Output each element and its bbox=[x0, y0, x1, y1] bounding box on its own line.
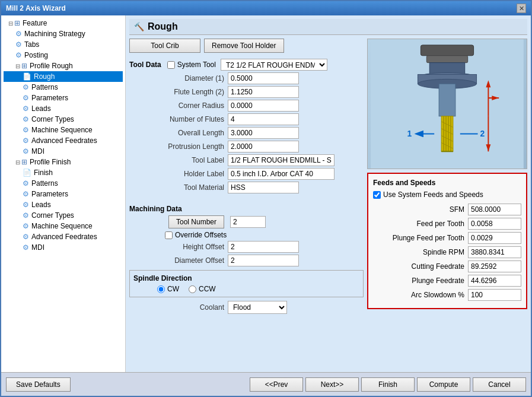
ccw-radio[interactable] bbox=[189, 285, 196, 293]
cw-radio[interactable] bbox=[157, 285, 165, 293]
override-offsets-checkbox[interactable] bbox=[165, 231, 173, 239]
override-offsets-label[interactable]: Override Offsets bbox=[165, 231, 227, 239]
close-button[interactable]: ✕ bbox=[517, 4, 526, 13]
diameter-offset-input[interactable] bbox=[228, 255, 299, 266]
ccw-radio-label[interactable]: CCW bbox=[189, 285, 216, 293]
flute-length-input[interactable] bbox=[228, 86, 299, 98]
left-form: Tool Crib Remove Tool Holder Tool Data S… bbox=[129, 39, 364, 369]
tree-item-posting[interactable]: ⚙ Posting bbox=[4, 50, 123, 61]
cw-label: CW bbox=[167, 285, 179, 293]
spindle-rpm-input[interactable] bbox=[468, 246, 521, 258]
plunge-feed-input[interactable] bbox=[468, 232, 521, 244]
tree-label-patterns2: Patterns bbox=[31, 179, 58, 188]
tree-label-profile-rough: Profile Rough bbox=[30, 62, 73, 70]
save-defaults-button[interactable]: Save Defaults bbox=[6, 377, 71, 392]
tool-label-row: Tool Label bbox=[129, 154, 364, 166]
holder-label-input[interactable] bbox=[228, 168, 335, 180]
flutes-input[interactable] bbox=[228, 113, 299, 125]
tree-item-profile-finish[interactable]: ⊟ ⊞ Profile Finish bbox=[4, 157, 123, 167]
tree-item-machining-strategy[interactable]: ⚙ Machining Strategy bbox=[4, 28, 123, 39]
cutting-feedrate-input[interactable] bbox=[468, 261, 521, 272]
diameter-input[interactable] bbox=[228, 72, 299, 84]
tree-label-patterns: Patterns bbox=[31, 83, 58, 91]
tree-item-leads[interactable]: ⚙ Leads bbox=[4, 103, 123, 114]
overall-length-row: Overall Length bbox=[129, 127, 364, 139]
use-system-feeds-checkbox[interactable] bbox=[373, 191, 381, 199]
system-tool-check-label[interactable]: System Tool bbox=[167, 61, 216, 69]
tree-item-patterns2[interactable]: ⚙ Patterns bbox=[4, 178, 123, 189]
feed-per-tooth-input[interactable] bbox=[468, 218, 521, 230]
corner-radius-input[interactable] bbox=[228, 100, 299, 112]
tree-item-parameters[interactable]: ⚙ Parameters bbox=[4, 93, 123, 103]
compute-button[interactable]: Compute bbox=[417, 377, 470, 392]
tree-label-parameters2: Parameters bbox=[31, 190, 68, 198]
tree-label-mdi: MDI bbox=[31, 147, 44, 155]
flutes-row: Number of Flutes bbox=[129, 113, 364, 125]
tree-item-profile-rough[interactable]: ⊟ ⊞ Profile Rough bbox=[4, 61, 123, 71]
tree-item-adv-feedrates[interactable]: ⚙ Advanced Feedrates bbox=[4, 135, 123, 146]
section-header: 🔨 Rough bbox=[129, 19, 527, 35]
sfm-input[interactable] bbox=[468, 204, 521, 215]
tool-crib-button[interactable]: Tool Crib bbox=[129, 39, 200, 53]
tree-item-machine-sequence2[interactable]: ⚙ Machine Sequence bbox=[4, 221, 123, 231]
tree-item-tabs[interactable]: ⚙ Tabs bbox=[4, 39, 123, 50]
tree-item-corner-types2[interactable]: ⚙ Corner Types bbox=[4, 210, 123, 221]
spindle-rpm-row: Spindle RPM bbox=[373, 246, 521, 258]
plunge-feedrate-input[interactable] bbox=[468, 275, 521, 287]
main-content: Tool Crib Remove Tool Holder Tool Data S… bbox=[129, 39, 527, 369]
diameter-row: Diameter (1) bbox=[129, 72, 364, 84]
tool-label-label: Tool Label bbox=[129, 156, 224, 164]
tree-item-feature[interactable]: ⊟ ⊞ Feature bbox=[4, 18, 123, 28]
tool-material-input[interactable] bbox=[228, 182, 299, 193]
coolant-select[interactable]: Flood Mist Off bbox=[228, 301, 287, 314]
spindle-rpm-label: Spindle RPM bbox=[375, 248, 464, 256]
cw-radio-label[interactable]: CW bbox=[157, 285, 179, 293]
tree-label-machining-strategy: Machining Strategy bbox=[24, 30, 85, 38]
arc-slowdown-label: Arc Slowdown % bbox=[375, 291, 464, 299]
tool-number-button[interactable]: Tool Number bbox=[168, 215, 224, 228]
expand-profile-finish: ⊟ bbox=[15, 159, 20, 166]
tree-item-corner-types[interactable]: ⚙ Corner Types bbox=[4, 114, 123, 125]
patterns2-icon: ⚙ bbox=[23, 179, 29, 188]
diameter-offset-row: Diameter Offset bbox=[129, 255, 364, 266]
corner-types-icon: ⚙ bbox=[23, 115, 29, 123]
override-offsets-row: Override Offsets bbox=[129, 231, 364, 239]
protrusion-label: Protrusion Length bbox=[129, 142, 224, 151]
tree-item-adv-feedrates2[interactable]: ⚙ Advanced Feedrates bbox=[4, 231, 123, 242]
svg-text:2: 2 bbox=[480, 129, 485, 138]
remove-holder-button[interactable]: Remove Tool Holder bbox=[204, 39, 284, 53]
prev-button[interactable]: <<Prev bbox=[250, 377, 303, 392]
sfm-label: SFM bbox=[375, 205, 464, 214]
height-offset-input[interactable] bbox=[228, 241, 299, 253]
plunge-feedrate-row: Plunge Feedrate bbox=[373, 275, 521, 287]
finish-button[interactable]: Finish bbox=[361, 377, 415, 392]
tree-item-parameters2[interactable]: ⚙ Parameters bbox=[4, 189, 123, 199]
mdi2-icon: ⚙ bbox=[23, 243, 29, 252]
diameter-label: Diameter (1) bbox=[129, 74, 224, 82]
next-button[interactable]: Next>> bbox=[305, 377, 359, 392]
tree-label-adv-feedrates: Advanced Feedrates bbox=[31, 136, 97, 145]
cancel-button[interactable]: Cancel bbox=[473, 377, 526, 392]
tool-dropdown[interactable]: T2 1/2 FLAT ROUGH ENDMILI... bbox=[221, 59, 327, 71]
tool-label-input[interactable] bbox=[228, 154, 335, 166]
tool-data-header-row: Tool Data System Tool T2 1/2 FLAT ROUGH … bbox=[129, 59, 364, 71]
tree-item-patterns[interactable]: ⚙ Patterns bbox=[4, 82, 123, 93]
tool-number-input[interactable] bbox=[230, 216, 266, 228]
tree-item-mdi[interactable]: ⚙ MDI bbox=[4, 146, 123, 157]
arc-slowdown-input[interactable] bbox=[468, 289, 521, 301]
feeds-title: Feeds and Speeds bbox=[373, 179, 521, 187]
tree-item-mdi2[interactable]: ⚙ MDI bbox=[4, 242, 123, 253]
cutting-feedrate-row: Cutting Feedrate bbox=[373, 261, 521, 272]
finish-icon: 📄 bbox=[23, 169, 31, 177]
ms-icon: ⚙ bbox=[15, 30, 22, 38]
tree-item-machine-sequence[interactable]: ⚙ Machine Sequence bbox=[4, 125, 123, 135]
tree-item-finish[interactable]: 📄 Finish bbox=[4, 167, 123, 178]
tree-item-rough[interactable]: 📄 Rough ◀ bbox=[4, 71, 123, 82]
system-tool-checkbox[interactable] bbox=[167, 61, 175, 69]
overall-length-input[interactable] bbox=[228, 127, 299, 139]
feature-icon: ⊞ bbox=[14, 19, 20, 27]
leads2-icon: ⚙ bbox=[23, 201, 29, 209]
tree-item-leads2[interactable]: ⚙ Leads bbox=[4, 199, 123, 210]
tool-svg: 1 2 bbox=[368, 39, 527, 169]
protrusion-input[interactable] bbox=[228, 141, 299, 153]
